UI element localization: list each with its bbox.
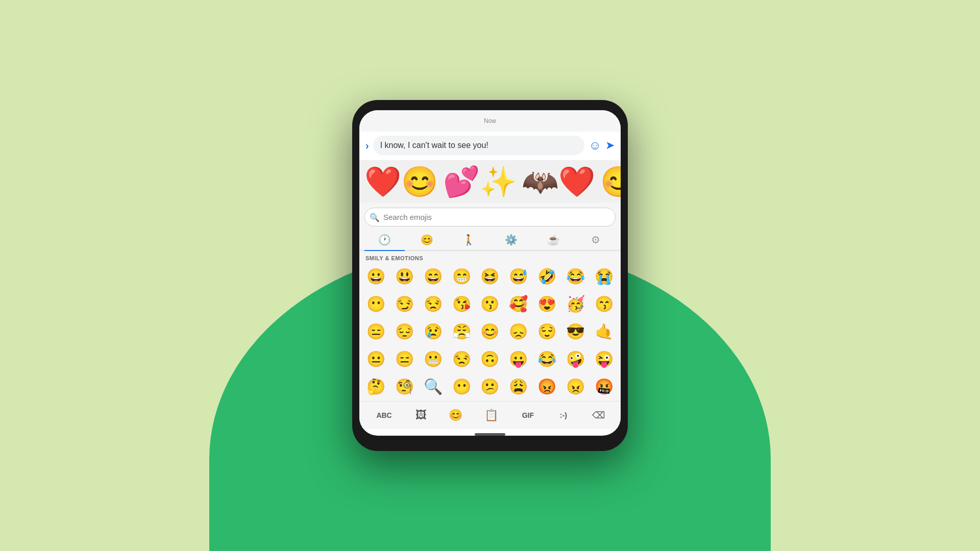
emoji-pensive[interactable]: 😔 <box>391 319 419 344</box>
emoji-smirk[interactable]: 😏 <box>391 292 419 316</box>
category-tabs: 🕐 😊 🚶 ⚙️ ☕ ⚙ <box>359 230 621 251</box>
sticker-hearts-smile[interactable]: 😊❤️ <box>600 167 621 196</box>
emoji-no-face[interactable]: 😶 <box>448 374 475 399</box>
emoji-angry[interactable]: 😡 <box>533 374 561 399</box>
emoji-weary[interactable]: 😩 <box>505 374 532 399</box>
keyboard-bottom-bar: ABC 🖼 😊 📋 GIF :-) ⌫ <box>359 401 621 429</box>
emoji-rofl[interactable]: 🤣 <box>533 264 561 289</box>
emoji-thinking[interactable]: 🤔 <box>362 374 390 399</box>
emoji-confused[interactable]: 😒 <box>448 347 475 371</box>
emoji-grid-row2: 😶 😏 😒 😘 😗 🥰 😍 🥳 😙 <box>359 291 621 318</box>
emoji-keyboard: 🔍 🕐 😊 🚶 ⚙️ ☕ ⚙ SMILY & EMOTIONS 😀 😃 😄 <box>359 203 621 401</box>
emoji-monocle[interactable]: 🧐 <box>391 374 419 399</box>
search-wrapper: 🔍 <box>364 208 616 227</box>
sticker-bat-hearts[interactable]: 🦇❤️ <box>522 167 595 196</box>
message-input[interactable]: I know, I can't wait to see you! <box>373 136 585 155</box>
emoji-beaming[interactable]: 😁 <box>448 264 475 289</box>
emoji-grid-row5: 🤔 🧐 🔍 😶 😕 😩 😡 😠 🤬 <box>359 373 621 401</box>
tab-recent[interactable]: 🕐 <box>364 230 405 250</box>
sticker-hearts-sparkle[interactable]: 💕✨ <box>443 167 517 196</box>
search-input[interactable] <box>364 208 616 227</box>
search-bar-container: 🔍 <box>359 203 621 230</box>
message-area: › I know, I can't wait to see you! ☺ ➤ <box>359 132 621 161</box>
emoji-blush[interactable]: 😊 <box>476 319 504 344</box>
emoji-worried[interactable]: 😕 <box>476 374 504 399</box>
emoji-zany[interactable]: 🤪 <box>561 347 589 371</box>
send-button[interactable]: ➤ <box>605 139 615 152</box>
emoji-partying[interactable]: 🥳 <box>561 292 589 316</box>
emoji-joy[interactable]: 😂 <box>561 264 589 289</box>
emoji-neutral[interactable]: 😶 <box>362 292 390 316</box>
section-label: SMILY & EMOTIONS <box>359 251 621 263</box>
phone-frame: Now › I know, I can't wait to see you! ☺… <box>352 100 628 451</box>
emoji-unamused[interactable]: 😒 <box>420 292 447 316</box>
gif-button[interactable]: GIF <box>517 408 539 422</box>
tab-more[interactable]: ⚙ <box>575 230 616 250</box>
emoticon-button[interactable]: :-) <box>555 408 572 422</box>
emoji-upside-down[interactable]: 🙃 <box>476 347 504 371</box>
emoji-mag[interactable]: 🔍 <box>420 374 447 399</box>
emoji-no-mouth[interactable]: 😐 <box>362 347 390 371</box>
tab-activities[interactable]: ⚙️ <box>491 230 531 250</box>
emoji-relieved[interactable]: 😌 <box>533 319 561 344</box>
emoji-kissing-heart[interactable]: 😘 <box>448 292 475 316</box>
emoji-cursing[interactable]: 🤬 <box>590 374 618 399</box>
abc-button[interactable]: ABC <box>371 408 397 422</box>
emoji-grimacing[interactable]: 😬 <box>420 347 447 371</box>
emoji-rage[interactable]: 😠 <box>561 374 589 399</box>
emoji-trigger-button[interactable]: ☺ <box>589 138 601 153</box>
emoji-heart-eyes[interactable]: 😍 <box>533 292 561 316</box>
sticker-heart-face[interactable]: ❤️😊 <box>364 167 438 196</box>
sticker-strip: ❤️😊 💕✨ 🦇❤️ 😊❤️ 😘 <box>359 161 621 203</box>
emoji-grid-row3: 😑 😔 😢 😤 😊 😞 😌 😎 🤙 <box>359 318 621 346</box>
bottom-pill <box>475 433 505 436</box>
emoji-call-me[interactable]: 🤙 <box>590 319 618 344</box>
phone-screen: Now › I know, I can't wait to see you! ☺… <box>359 110 621 436</box>
tab-objects[interactable]: ☕ <box>533 230 574 250</box>
emoji-grinning[interactable]: 😀 <box>362 264 390 289</box>
emoji-expressionless[interactable]: 😑 <box>362 319 390 344</box>
emoji-big-smile[interactable]: 😄 <box>420 264 447 289</box>
memo-button[interactable]: 📋 <box>481 407 501 424</box>
emoji-lol[interactable]: 😂 <box>533 347 561 371</box>
top-bar: Now <box>359 110 621 132</box>
delete-button[interactable]: ⌫ <box>588 408 609 423</box>
emoji-kissing[interactable]: 😗 <box>476 292 504 316</box>
emoji-wink-tongue[interactable]: 😜 <box>590 347 618 371</box>
emoji-sunglasses[interactable]: 😎 <box>561 319 589 344</box>
emoji-disappointed[interactable]: 😞 <box>505 319 532 344</box>
emoji-sob[interactable]: 😭 <box>590 264 618 289</box>
tab-people[interactable]: 🚶 <box>449 230 489 250</box>
emoji-keyboard-button[interactable]: 😊 <box>446 407 465 424</box>
emoji-expressionless2[interactable]: 😑 <box>391 347 419 371</box>
emoji-crying[interactable]: 😢 <box>420 319 447 344</box>
emoji-hearts[interactable]: 🥰 <box>505 292 532 316</box>
expand-button[interactable]: › <box>365 140 369 152</box>
emoji-kissing-smiling[interactable]: 😙 <box>590 292 618 316</box>
emoji-triumph[interactable]: 😤 <box>448 319 475 344</box>
emoji-grid-row1: 😀 😃 😄 😁 😆 😅 🤣 😂 😭 <box>359 263 621 291</box>
emoji-sweat-smile[interactable]: 😅 <box>505 264 532 289</box>
emoji-grin[interactable]: 😃 <box>391 264 419 289</box>
tab-smileys[interactable]: 😊 <box>407 230 447 250</box>
emoji-stuck-out-tongue[interactable]: 😛 <box>505 347 532 371</box>
now-label: Now <box>359 115 621 129</box>
sticker-button[interactable]: 🖼 <box>412 407 430 424</box>
emoji-grid-row4: 😐 😑 😬 😒 🙃 😛 😂 🤪 😜 <box>359 346 621 373</box>
emoji-laughing[interactable]: 😆 <box>476 264 504 289</box>
search-icon: 🔍 <box>370 212 380 222</box>
